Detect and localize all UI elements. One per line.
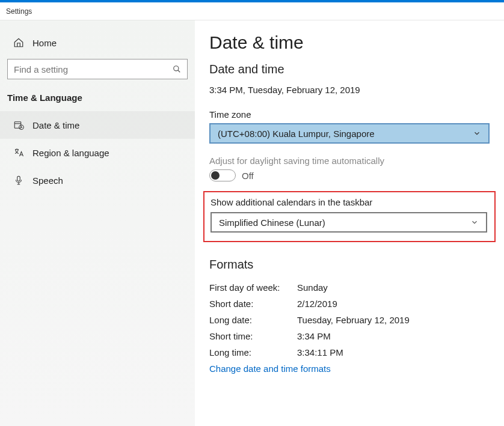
dst-label: Adjust for daylight saving time automati… <box>209 156 490 166</box>
language-icon <box>13 147 24 158</box>
timezone-label: Time zone <box>209 109 490 120</box>
format-key: Long date: <box>209 315 297 325</box>
dst-state: Off <box>242 171 254 181</box>
sidebar-item-label: Region & language <box>32 148 109 158</box>
format-value: Sunday <box>297 282 328 293</box>
sidebar-item-region-language[interactable]: Region & language <box>0 139 195 166</box>
current-datetime: 3:34 PM, Tuesday, February 12, 2019 <box>209 85 490 95</box>
home-icon <box>13 37 24 48</box>
additional-calendars-dropdown[interactable]: Simplified Chinese (Lunar) <box>211 212 487 233</box>
format-key: Short date: <box>209 299 297 309</box>
search-input[interactable] <box>14 64 173 75</box>
format-key: Short time: <box>209 331 297 341</box>
page-title: Date & time <box>209 32 490 53</box>
calendar-clock-icon <box>13 120 24 130</box>
window-title-strip: Settings <box>0 2 504 20</box>
sidebar-item-label: Date & time <box>32 120 79 130</box>
sidebar-home[interactable]: Home <box>0 34 195 59</box>
svg-point-0 <box>174 66 179 71</box>
format-value: 3:34:11 PM <box>297 347 343 358</box>
microphone-icon <box>13 175 24 186</box>
format-row-longtime: Long time: 3:34:11 PM <box>209 347 490 358</box>
format-value: 3:34 PM <box>297 331 331 341</box>
section-title-formats: Formats <box>209 258 490 272</box>
chevron-down-icon <box>470 218 479 227</box>
timezone-value: (UTC+08:00) Kuala Lumpur, Singapore <box>218 129 375 139</box>
format-value: 2/12/2019 <box>297 299 337 309</box>
chevron-down-icon <box>473 129 481 138</box>
format-row-shorttime: Short time: 3:34 PM <box>209 331 490 341</box>
format-value: Tuesday, February 12, 2019 <box>297 315 410 325</box>
dst-toggle[interactable] <box>209 169 236 181</box>
window-title: Settings <box>6 7 32 16</box>
svg-rect-2 <box>14 122 21 129</box>
additional-calendars-label: Show additional calendars in the taskbar <box>211 197 488 207</box>
format-row-firstday: First day of week: Sunday <box>209 282 490 293</box>
highlight-annotation: Show additional calendars in the taskbar… <box>203 191 496 242</box>
search-icon <box>173 65 181 73</box>
timezone-dropdown[interactable]: (UTC+08:00) Kuala Lumpur, Singapore <box>209 123 490 144</box>
sidebar-home-label: Home <box>32 38 57 48</box>
sidebar-category: Time & Language <box>0 93 195 111</box>
toggle-knob <box>211 171 220 180</box>
sidebar: Home Time & Language Date & time Region … <box>0 20 195 426</box>
sidebar-item-speech[interactable]: Speech <box>0 166 195 194</box>
format-row-shortdate: Short date: 2/12/2019 <box>209 299 490 309</box>
section-title-datetime: Date and time <box>209 62 490 76</box>
format-row-longdate: Long date: Tuesday, February 12, 2019 <box>209 315 490 325</box>
dst-toggle-row: Off <box>209 169 490 181</box>
format-key: Long time: <box>209 347 297 358</box>
layout-root: Home Time & Language Date & time Region … <box>0 20 504 426</box>
search-box[interactable] <box>7 59 188 79</box>
sidebar-item-date-time[interactable]: Date & time <box>0 111 195 139</box>
svg-line-6 <box>22 127 23 128</box>
main-content: Date & time Date and time 3:34 PM, Tuesd… <box>195 20 504 426</box>
change-formats-link[interactable]: Change date and time formats <box>209 364 490 374</box>
format-key: First day of week: <box>209 282 297 293</box>
additional-calendars-value: Simplified Chinese (Lunar) <box>219 218 325 228</box>
svg-line-1 <box>178 70 180 73</box>
sidebar-item-label: Speech <box>32 175 63 186</box>
svg-rect-8 <box>17 176 20 181</box>
